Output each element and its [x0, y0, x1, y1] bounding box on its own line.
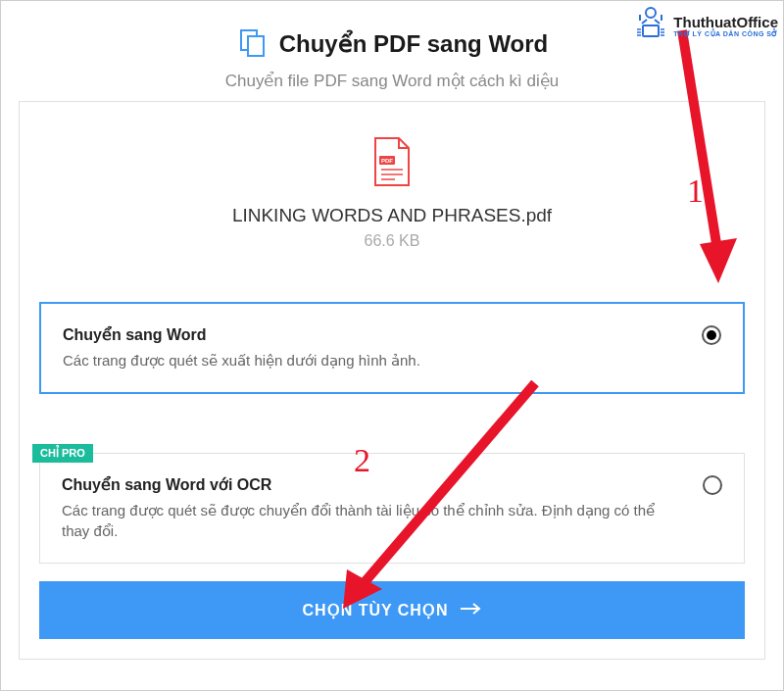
pdf-file-icon: PDF	[371, 173, 413, 190]
svg-text:PDF: PDF	[381, 158, 393, 164]
file-name: LINKING WORDS AND PHRASES.pdf	[39, 205, 745, 226]
option-radio-selected[interactable]	[702, 325, 721, 345]
option-convert-word[interactable]: Chuyển sang Word Các trang được quét sẽ …	[39, 302, 745, 394]
option-desc: Các trang được quét sẽ được chuyển đổi t…	[62, 500, 673, 541]
content-box: PDF LINKING WORDS AND PHRASES.pdf 66.6 K…	[19, 101, 765, 660]
action-button-label: CHỌN TÙY CHỌN	[303, 601, 449, 619]
watermark-logo: ThuthuatOffice TRỢ LÝ CỦA DÂN CÔNG SỞ	[634, 6, 778, 46]
annotation-number-2: 2	[354, 442, 370, 479]
file-size: 66.6 KB	[39, 232, 745, 250]
pro-badge: CHỈ PRO	[32, 444, 93, 463]
copy-docs-icon	[236, 25, 270, 63]
page-title: Chuyển PDF sang Word	[279, 30, 549, 58]
option-radio-unselected[interactable]	[703, 475, 722, 495]
option-title: Chuyển sang Word	[63, 325, 672, 344]
watermark-person-icon	[634, 6, 667, 46]
watermark-brand: ThuthuatOffice	[673, 14, 778, 30]
watermark-sub: TRỢ LÝ CỦA DÂN CÔNG SỞ	[673, 30, 778, 38]
page-subtitle: Chuyển file PDF sang Word một cách kì di…	[21, 71, 763, 91]
arrow-right-icon	[460, 602, 481, 619]
choose-option-button[interactable]: CHỌN TÙY CHỌN	[39, 581, 745, 639]
svg-point-0	[646, 8, 656, 18]
file-info: PDF LINKING WORDS AND PHRASES.pdf 66.6 K…	[39, 131, 745, 284]
svg-rect-3	[248, 36, 264, 56]
option-convert-word-ocr[interactable]: CHỈ PRO Chuyển sang Word với OCR Các tra…	[39, 453, 745, 564]
svg-rect-1	[643, 25, 659, 36]
option-desc: Các trang được quét sẽ xuất hiện dưới dạ…	[63, 350, 672, 370]
annotation-number-1: 1	[687, 173, 704, 210]
